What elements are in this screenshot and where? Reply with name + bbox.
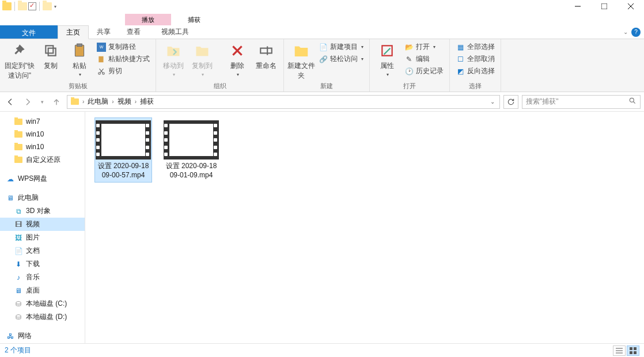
move-to-button[interactable]: 移动到▾ — [160, 40, 187, 77]
help-icon[interactable]: ? — [631, 28, 641, 37]
title-bar: ▾ — [0, 0, 644, 13]
music-icon: ♪ — [14, 273, 23, 282]
tree-quick-item[interactable]: win10 — [0, 128, 85, 140]
copy-button[interactable]: 复制 — [37, 40, 65, 71]
file-list[interactable]: 设置 2020-09-18 09-00-57.mp4设置 2020-09-18 … — [85, 112, 644, 343]
svg-point-14 — [630, 98, 634, 102]
close-button[interactable] — [618, 0, 644, 13]
paste-button[interactable]: 粘贴 ▾ — [66, 40, 93, 77]
file-item[interactable]: 设置 2020-09-18 09-00-57.mp4 — [94, 117, 152, 183]
search-icon[interactable] — [628, 97, 637, 107]
rename-button[interactable]: 重命名 — [252, 40, 280, 71]
refresh-button[interactable] — [503, 95, 518, 109]
tree-wps[interactable]: ☁ WPS网盘 — [0, 172, 85, 185]
qat-properties-icon[interactable] — [18, 2, 27, 10]
tab-video-tools[interactable]: 视频工具 — [153, 25, 197, 39]
tree-quick-item[interactable]: win7 — [0, 115, 85, 128]
maximize-button[interactable] — [591, 0, 618, 13]
invert-selection-button[interactable]: ◩反向选择 — [453, 66, 497, 77]
tree-network[interactable]: 🖧 网络 — [0, 329, 85, 343]
tree-pc-item[interactable]: 🖼图片 — [0, 231, 85, 244]
video-thumbnail — [164, 120, 219, 159]
tree-pc-item[interactable]: 🎞视频 — [0, 218, 85, 231]
file-item[interactable]: 设置 2020-09-18 09-01-09.mp4 — [162, 117, 220, 183]
history-button[interactable]: 🕑历史记录 — [402, 66, 446, 77]
context-tab-capture[interactable]: 捕获 — [171, 14, 217, 25]
view-details-button[interactable] — [613, 345, 626, 356]
context-tab-play[interactable]: 播放 — [125, 14, 171, 25]
new-item-icon: 📄 — [319, 43, 328, 52]
tree-pc-item[interactable]: ⛁本地磁盘 (C:) — [0, 297, 85, 310]
file-name: 设置 2020-09-18 09-00-57.mp4 — [97, 162, 149, 180]
tab-file[interactable]: 文件 — [0, 25, 58, 39]
breadcrumb-item[interactable]: 视频 — [115, 97, 134, 107]
qat-check-icon[interactable] — [28, 2, 36, 10]
tree-pc-item[interactable]: ♪音乐 — [0, 271, 85, 284]
ribbon-collapse[interactable]: ⌄ ? — [620, 25, 644, 39]
drive-icon: ⛁ — [14, 299, 23, 309]
cut-button[interactable]: 剪切 — [94, 66, 152, 77]
group-label-clipboard: 剪贴板 — [3, 82, 152, 92]
tree-pc-item[interactable]: ⛁本地磁盘 (D:) — [0, 310, 85, 324]
forward-button[interactable] — [21, 95, 35, 109]
properties-button[interactable]: 属性▾ — [373, 40, 401, 77]
qat-new-folder-icon[interactable] — [43, 2, 52, 10]
cloud-icon: ☁ — [6, 174, 15, 184]
easy-access-icon: 🔗 — [319, 55, 328, 64]
svg-rect-11 — [260, 48, 272, 54]
select-none-button[interactable]: ☐全部取消 — [453, 54, 497, 64]
tree-pc-item[interactable]: ⧉3D 对象 — [0, 204, 85, 218]
chevron-down-icon: ⌄ — [623, 29, 628, 35]
back-button[interactable] — [3, 95, 17, 109]
tree-quick-item[interactable]: 自定义还原 — [0, 153, 85, 166]
tree-this-pc[interactable]: 🖥 此电脑 — [0, 191, 85, 204]
tree-pc-item[interactable]: 🖥桌面 — [0, 284, 85, 297]
chevron-right-icon[interactable]: › — [135, 98, 137, 105]
video-thumbnail — [96, 120, 151, 159]
pin-to-quick-access-button[interactable]: 固定到"快速访问" — [3, 40, 36, 81]
copy-to-button[interactable]: 复制到▾ — [188, 40, 216, 77]
nav-tree[interactable]: win7win10win10自定义还原 ☁ WPS网盘 🖥 此电脑 ⧉3D 对象… — [0, 112, 85, 343]
open-button[interactable]: 📂打开▾ — [402, 41, 446, 52]
search-box[interactable]: 搜索"捕获" — [522, 95, 641, 109]
properties-icon — [378, 41, 396, 60]
tree-pc-item[interactable]: 📄文档 — [0, 244, 85, 257]
group-label-select: 选择 — [453, 82, 497, 92]
folder-icon — [14, 155, 23, 165]
breadcrumb-item[interactable]: 捕获 — [138, 97, 156, 107]
tree-quick-item[interactable]: win10 — [0, 140, 85, 153]
folder-icon — [14, 117, 23, 126]
drive-icon: ⛁ — [14, 313, 23, 322]
delete-button[interactable]: 删除▾ — [223, 40, 251, 77]
qat-separator — [14, 2, 15, 11]
up-button[interactable] — [50, 95, 63, 109]
recent-dropdown[interactable]: ▾ — [38, 95, 46, 109]
select-all-button[interactable]: ▦全部选择 — [453, 41, 497, 52]
svg-rect-5 — [46, 45, 53, 53]
tree-pc-item[interactable]: ⬇下载 — [0, 257, 85, 271]
address-bar[interactable]: › 此电脑 › 视频 › 捕获 ⌄ — [67, 95, 500, 109]
address-icon — [69, 98, 81, 105]
delete-icon — [228, 41, 247, 60]
tab-home[interactable]: 主页 — [58, 25, 89, 39]
easy-access-button[interactable]: 🔗轻松访问▾ — [316, 54, 366, 64]
new-folder-button[interactable]: 新建文件夹 — [287, 40, 315, 81]
context-tab-row: 播放 捕获 — [0, 13, 644, 25]
new-item-button[interactable]: 📄新建项目▾ — [316, 41, 366, 52]
edit-button[interactable]: ✎编辑 — [402, 54, 446, 64]
minimize-button[interactable] — [565, 0, 591, 13]
chevron-right-icon[interactable]: › — [112, 98, 113, 105]
qat-dropdown-icon[interactable]: ▾ — [53, 2, 58, 10]
copy-path-button[interactable]: W复制路径 — [94, 41, 152, 52]
new-folder-icon — [292, 41, 310, 60]
paste-shortcut-button[interactable]: 粘贴快捷方式 — [94, 54, 152, 64]
tab-view[interactable]: 查看 — [119, 25, 149, 39]
chevron-right-icon[interactable]: › — [82, 98, 84, 105]
tab-share[interactable]: 共享 — [89, 25, 119, 39]
view-icons-button[interactable] — [627, 345, 639, 356]
address-dropdown[interactable]: ⌄ — [487, 98, 498, 105]
breadcrumb-item[interactable]: 此电脑 — [85, 97, 111, 107]
status-bar: 2 个项目 — [0, 343, 644, 357]
ribbon-group-select: ▦全部选择 ☐全部取消 ◩反向选择 选择 — [450, 39, 501, 92]
3d-icon: ⧉ — [14, 207, 23, 216]
